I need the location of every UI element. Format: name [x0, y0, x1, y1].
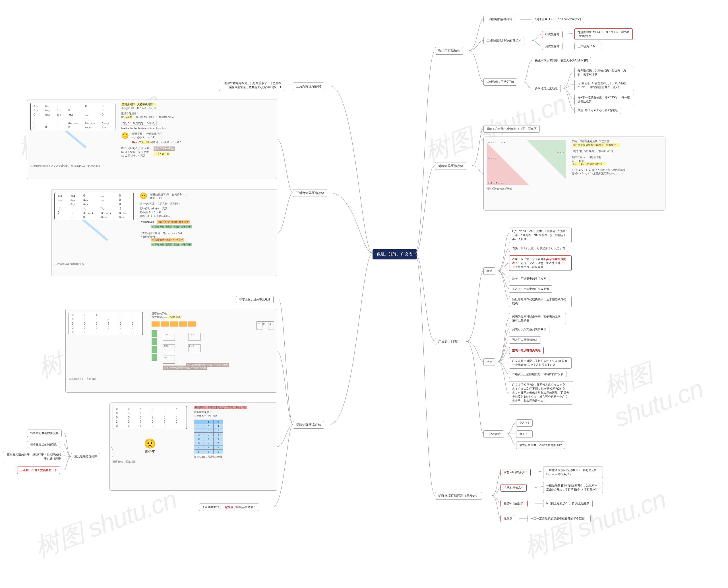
node-s3[interactable]: 看是b[0]还是b[1]	[500, 500, 528, 507]
sym-map3: aₙ,ₙ → aⱼ,ᵢ（对称矩阵性质）	[572, 162, 606, 166]
emoji-icon: 🙂	[121, 132, 129, 140]
sym-form: k = i(i-1)/2 + j - 1, i≥j（下三角区和主对角线元素） j…	[572, 168, 662, 175]
img-sparse-link: 004005030900000700200000006000 压缩存储策略：链式…	[65, 309, 277, 393]
node-rowmajor[interactable]: 行优先存储	[542, 31, 562, 38]
sym-desc1: 策略：只存储主对角线+下三角区	[572, 140, 662, 143]
sym-desc2: 按行优先原则将各元素存入一维数组中。	[572, 143, 662, 147]
node-l7[interactable]: 广义表的长度为0，并不代表该广义表为空表；广义表D(())不同，前者是长度为0的…	[509, 381, 573, 404]
node-compress[interactable]: 矩阵压缩存储问题（三步走）	[435, 492, 482, 500]
node-l5[interactable]: 广义表唯一对应二叉树的条件：空表 or 只有一个元素 or 各个子表长度为1 o…	[509, 357, 572, 369]
emoji-icon: 😑	[140, 192, 147, 200]
node-s1a[interactable]: 一般做法为前i-1行是0+1+2…(i-1)这么多行，看看每行多少个	[543, 466, 603, 478]
node-sym[interactable]: 对称矩阵压缩存储	[435, 162, 466, 170]
node-multi2[interactable]: 要求给定元素地址	[532, 85, 561, 92]
node-c3[interactable]: 表尾：除了第一个元素外的其余元素组成的表！一定是广义表，注意：把表头去掉了，且上…	[509, 255, 572, 271]
node-c2[interactable]: 表头：第1个元素，可以是原子可以是子表	[509, 245, 568, 252]
caption-sparse-seq: 顺序存储：三元组法	[113, 460, 274, 464]
root-node[interactable]: 数组、矩阵、广义表	[372, 249, 417, 259]
node-multi[interactable]: 多维数组，不从0开始	[484, 78, 517, 86]
node-sparse-cond[interactable]: 非零元很少且分布无规律	[236, 296, 274, 303]
node-tri-desc[interactable]: 类似对称矩阵存储，只是最后多了一个位置存储相同的常量，故数组大小为n(n+1)/…	[219, 80, 284, 91]
node-l4[interactable]: 空表一定没有表头表尾	[509, 347, 544, 354]
node-sparse[interactable]: 稀疏矩阵压缩存储	[293, 421, 324, 429]
node-s3a[interactable]: b[0]则上述相加-1，b[1]则上述相加	[543, 500, 593, 507]
node-concl[interactable]: 结论	[484, 358, 495, 366]
node-c4[interactable]: 原子：广义表中的单个元素	[509, 275, 550, 282]
node-s4a[interactable]: 一定一定要注意所求是否在存储的半个范围！	[528, 515, 591, 522]
img-tridiag1: a₁,₁a₁,₂0…00 a₂,₁a₂,₂a₂,₃0…0 0a₃,₂a₃,₃a₃…	[27, 100, 277, 179]
node-s1[interactable]: 求前 i-1行有多少个	[500, 469, 531, 476]
caption-tridiag1: 三对角矩阵压缩存储，这个建议记。如果都是从0开始就是2i+j	[30, 164, 274, 168]
node-l1[interactable]: 列表的元素可以是子表，而子表的元素还可以是子表	[509, 313, 566, 324]
img-sym: a₁,₁ a₁,₂ ... a₁,ₙ a₂,₁ a₂,₂ aₙ,₁ aₙ,₂ .…	[484, 136, 665, 210]
node-c1[interactable]: L(e1,e2,e3…,en)，其中，L为表名，ei为表元素，e可为表，n=0为…	[509, 228, 572, 243]
node-trans[interactable]: 三元组法转置矩阵	[71, 453, 100, 460]
node-tri[interactable]: 三角矩阵压缩存储	[293, 83, 324, 90]
watermark: 树图 shutu.cn	[30, 482, 181, 566]
node-multi1[interactable]: 先减一下从哪到哪，确定大小为A[M][N][P]	[532, 57, 591, 64]
node-l3[interactable]: 列表可以是递归的表	[509, 336, 541, 344]
node-multi2c[interactable]: 再+下一维的总长度（即P*N*P），每一维度都这么算	[574, 94, 634, 105]
watermark: 树图 shutu.cn	[519, 482, 670, 566]
watermark: 树图 shutu.cn	[598, 331, 728, 433]
node-colmajor-formula[interactable]: 上式改为 j * M + i	[574, 43, 602, 50]
node-multi2d[interactable]: 最后+每个元素大小，再+首地址	[574, 107, 621, 114]
node-twoD[interactable]: 二维数组b[M][N]的存储结构	[484, 37, 524, 44]
node-d2[interactable]: 原子：0	[516, 430, 533, 438]
avatar-icon: 😟	[144, 438, 156, 449]
sym-rowb: B[0] B[1] B[2] B[3] … B[n(n+1)/2-1]	[572, 149, 614, 153]
node-multi2a[interactable]: 先判断优先，以高位优先（行优先）为例，要求A[i][j][k]	[574, 67, 634, 78]
sym-map1: 矩阵下标 → 一维数组下标	[572, 155, 662, 159]
node-sym-policy[interactable]: 策略：只存储主对角线+上（下）三角区	[484, 125, 540, 132]
node-multi2b[interactable]: 无论行列，只看前面有几个。如只看在n1,n2……中它前面有几个，设x个	[574, 80, 634, 91]
node-tr3[interactable]: 重排三元组的次序，按照行序（原矩阵的列序）进行排序	[3, 451, 64, 462]
node-tr1[interactable]: 矩阵的行数列数值交换	[27, 429, 62, 437]
node-oneD-formula[interactable]: a[i]地址 = LOC + i * sizeof(elemtype)	[532, 16, 584, 23]
node-concept[interactable]: 概念	[484, 267, 495, 275]
caption-tridiag2: 三对角矩阵反推i和k的关系	[54, 262, 274, 266]
node-d3[interactable]: 最大嵌套层数，表现为括号的重数	[516, 441, 565, 449]
node-l6[interactable]: 二维及以上的数组就是一种特殊的广义表	[509, 371, 566, 378]
node-storage[interactable]: 数组的存储结构	[435, 47, 463, 55]
img-sparse-seq: 004005030900000700200000006000 😟 青少年 稀疏矩…	[109, 402, 277, 491]
node-tr2[interactable]: 每个三元组的ij值交换	[27, 441, 60, 448]
node-l2[interactable]: 列表可以为其他列表所共享	[509, 326, 550, 333]
node-s4[interactable]: 注意点	[500, 515, 515, 522]
node-depth[interactable]: 广义表深度	[484, 430, 504, 438]
node-s2[interactable]: 求是本行第几个	[500, 484, 527, 491]
node-lose[interactable]: 无论哪种方法，一定失去了随机存取功能！	[199, 504, 259, 511]
node-glist[interactable]: 广义表（列表）	[435, 338, 463, 345]
sym-map2: aᵢ,ⱼ → B[k]	[572, 159, 662, 162]
node-colmajor[interactable]: 列优先存储	[542, 43, 562, 50]
caption-sparse-link: 链式存储法：十字链表法	[68, 377, 274, 381]
node-rowmajor-formula[interactable]: b[i][j]的地址 = LOC + （i * N + j）* sizeof (…	[574, 28, 633, 40]
img-tridiag2: a₁,₁a₁,₂0…0 a₂,₁a₂,₂a₂,₃…0 0a₃,₂a₃,₃…0 ⋮…	[51, 189, 277, 276]
node-oneD[interactable]: 一维数组的存储结构	[484, 16, 515, 23]
node-tridiag[interactable]: 三对角矩阵压缩存储	[293, 189, 327, 197]
node-c5[interactable]: 子表：广义表中的广义表元素	[509, 285, 552, 293]
node-tr4[interactable]: 三者缺一不可！尤其最后一个	[17, 466, 60, 474]
caption-sym: 对称矩阵存储坐标转换	[487, 187, 662, 191]
node-c6[interactable]: 难以用顺序存储结构表示，通常用链式存储结构	[509, 296, 572, 307]
node-d1[interactable]: 空表：1	[516, 419, 533, 427]
node-s2a[interactable]: 一般做法是看本行前面有几个，注意不一定是从0开始，本行前有j个 → 本行是j+1…	[543, 482, 603, 493]
